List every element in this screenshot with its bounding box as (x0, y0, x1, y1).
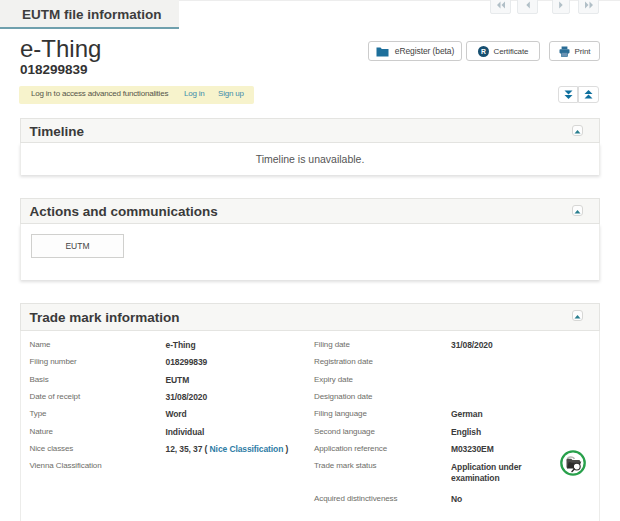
svg-text:R: R (481, 48, 486, 55)
